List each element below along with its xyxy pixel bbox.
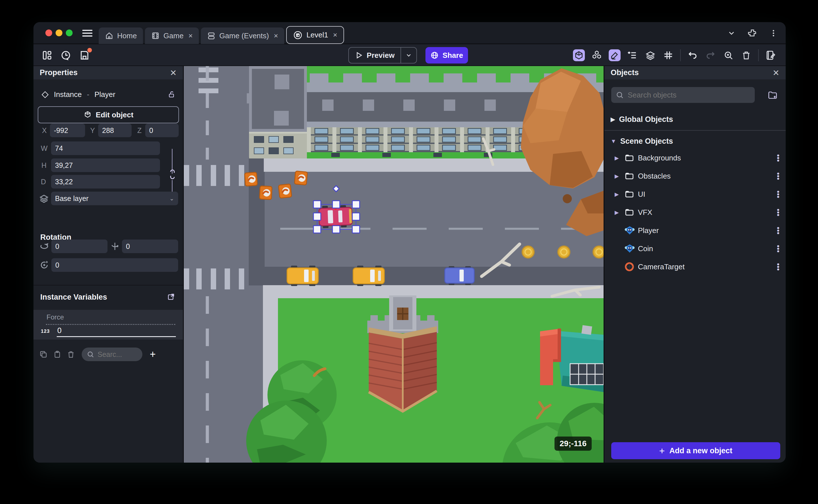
play-icon <box>355 51 363 59</box>
variables-search[interactable] <box>82 348 142 361</box>
add-object-button[interactable]: + Add a new object <box>611 442 780 459</box>
preview-button[interactable]: Preview <box>348 47 417 63</box>
redo-button[interactable] <box>705 49 717 61</box>
objects-search[interactable] <box>611 87 755 103</box>
kebab-menu-icon[interactable]: ••• <box>777 263 779 271</box>
d-field[interactable] <box>51 175 160 189</box>
kebab-menu-icon[interactable]: ••• <box>777 190 779 198</box>
edit-mode-button[interactable] <box>609 49 621 61</box>
layers-icon <box>39 194 49 203</box>
tab-close-icon[interactable]: × <box>272 31 278 40</box>
unlock-icon[interactable] <box>168 90 175 99</box>
y-field[interactable] <box>98 124 132 137</box>
objects-search-input[interactable] <box>628 91 750 99</box>
instance-type: Instance <box>54 90 82 99</box>
h-field[interactable] <box>51 158 160 172</box>
toggle-3d-view[interactable] <box>573 49 585 61</box>
share-label: Share <box>443 51 463 60</box>
tab-close-icon[interactable]: × <box>332 31 337 39</box>
extensions-puzzle-icon[interactable] <box>748 28 757 38</box>
save-button[interactable] <box>79 50 90 61</box>
variable-name[interactable]: Force <box>46 313 64 321</box>
tab-label: Home <box>117 31 137 40</box>
kebab-menu-icon[interactable] <box>769 29 778 37</box>
minimize-button[interactable] <box>56 29 62 36</box>
instances-list-icon <box>627 50 638 60</box>
layer-select[interactable]: Base layer ⌄ <box>51 192 178 205</box>
chevron-right-icon[interactable]: ▶ <box>615 209 624 216</box>
tab-close-icon[interactable]: × <box>187 31 193 40</box>
pencil-icon <box>610 51 619 60</box>
maximize-button[interactable] <box>66 29 73 36</box>
w-field[interactable] <box>51 141 160 155</box>
chevron-right-icon[interactable]: ▶ <box>615 173 624 179</box>
open-external-icon[interactable] <box>167 293 175 301</box>
tab-level1[interactable]: Level1 × <box>286 26 344 44</box>
tab-game-events[interactable]: Game (Events) × <box>201 27 284 44</box>
kebab-menu-icon[interactable]: ••• <box>777 227 779 234</box>
share-button[interactable]: Share <box>426 47 468 63</box>
main-menu-icon[interactable] <box>82 30 92 37</box>
z-field[interactable] <box>145 124 179 137</box>
grid-button[interactable] <box>662 49 674 61</box>
object-player[interactable]: Player ••• <box>605 221 786 240</box>
group-scene-objects[interactable]: ▼ Scene Objects <box>605 135 786 147</box>
group-global-objects[interactable]: ▶ Global Objects <box>605 113 786 125</box>
rotation-z-field[interactable] <box>51 258 178 272</box>
object-folder-backgrounds[interactable]: ▶ Backgrounds ••• <box>605 149 786 167</box>
delete-button[interactable] <box>740 49 752 61</box>
trash-icon[interactable] <box>67 350 75 359</box>
close-panel-icon[interactable]: ✕ <box>773 68 779 78</box>
traffic-cars[interactable] <box>287 266 474 286</box>
rotation-y-field[interactable] <box>122 240 178 253</box>
film-icon <box>151 31 160 40</box>
history-icon[interactable] <box>60 50 71 61</box>
instances-list-button[interactable] <box>627 49 639 61</box>
layers-icon <box>645 50 656 60</box>
toolbar: Preview Share <box>33 45 786 66</box>
close-button[interactable] <box>45 29 52 36</box>
scene-canvas[interactable]: 29;-116 <box>184 66 604 463</box>
object-folder-obstacles[interactable]: ▶ Obstacles ••• <box>605 167 786 185</box>
folder-icon <box>624 207 635 217</box>
variable-value[interactable]: 0 <box>57 326 62 335</box>
zoom-button[interactable] <box>722 49 734 61</box>
kebab-menu-icon[interactable]: ••• <box>777 172 779 180</box>
teal-building[interactable] <box>540 325 604 392</box>
x-field[interactable] <box>50 124 85 137</box>
building-tower[interactable] <box>247 66 307 158</box>
kebab-menu-icon[interactable]: ••• <box>777 209 779 216</box>
preview-dropdown[interactable] <box>400 48 417 63</box>
undo-button[interactable] <box>687 49 699 61</box>
rotation-x-field[interactable] <box>51 240 107 253</box>
paste-icon[interactable] <box>53 350 61 359</box>
add-folder-icon[interactable] <box>768 90 778 100</box>
object-label: Backgrounds <box>638 154 681 162</box>
object-camera-target[interactable]: CameraTarget ••• <box>605 258 786 276</box>
copy-icon[interactable] <box>39 350 48 359</box>
chevron-right-icon: ▶ <box>611 116 615 123</box>
variables-search-input[interactable] <box>98 350 137 359</box>
tab-home[interactable]: Home <box>99 27 143 44</box>
group-label: Global Objects <box>619 115 673 124</box>
tab-game[interactable]: Game × <box>145 27 199 44</box>
object-folder-ui[interactable]: ▶ UI ••• <box>605 185 786 203</box>
close-panel-icon[interactable]: ✕ <box>170 68 177 78</box>
edit-object-button[interactable]: Edit object <box>38 106 179 123</box>
chevron-right-icon[interactable]: ▶ <box>615 191 624 198</box>
properties-panel: Properties ✕ Instance - Player Edit obje… <box>33 66 184 463</box>
object-label: UI <box>638 190 645 199</box>
object-folder-vfx[interactable]: ▶ VFX ••• <box>605 203 786 221</box>
chevron-right-icon[interactable]: ▶ <box>615 155 624 161</box>
edit-events-button[interactable] <box>765 49 777 61</box>
objects-mode-button[interactable] <box>591 49 603 61</box>
layout-panels-icon[interactable] <box>41 50 53 61</box>
object-coin[interactable]: Coin ••• <box>605 240 786 258</box>
kebab-menu-icon[interactable]: ••• <box>777 154 779 162</box>
layers-button[interactable] <box>644 49 656 61</box>
add-variable-button[interactable]: + <box>150 348 156 360</box>
kebab-menu-icon[interactable]: ••• <box>777 245 779 253</box>
link-dimensions-icon[interactable] <box>169 169 176 179</box>
chevron-down-icon[interactable] <box>727 29 736 37</box>
cursor-coordinates-badge: 29;-116 <box>555 437 592 451</box>
